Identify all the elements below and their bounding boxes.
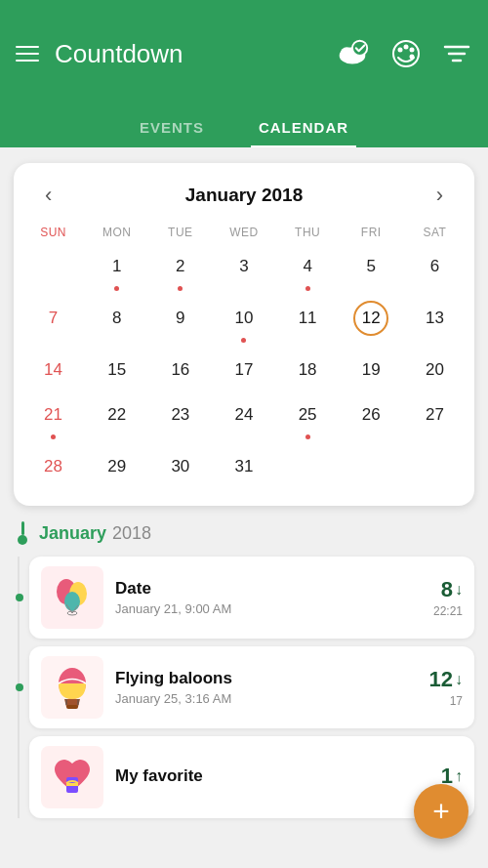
timeline-dot: [18, 521, 27, 545]
event-date-label: January 21, 9:00 AM: [115, 601, 433, 616]
svg-point-5: [398, 48, 403, 53]
day-cell-empty-1: [21, 245, 85, 297]
day-cell-31[interactable]: 31: [212, 445, 275, 490]
day-cell-24[interactable]: 24: [212, 393, 275, 445]
day-header-mon: MON: [85, 222, 148, 245]
day-cell-8[interactable]: 8: [85, 297, 148, 349]
svg-point-7: [410, 48, 415, 53]
events-section: January 2018 Date January 21, 9: [0, 521, 488, 818]
day-cell-10[interactable]: 10: [212, 297, 275, 349]
calendar-month-title: January 2018: [185, 185, 303, 206]
day-header-thu: THU: [276, 222, 340, 245]
day-cell-9[interactable]: 9: [148, 297, 212, 349]
day-header-fri: FRI: [340, 222, 403, 245]
header-left: Countdown: [16, 39, 183, 69]
app-title: Countdown: [55, 39, 183, 69]
svg-rect-20: [66, 705, 78, 709]
calendar-week-5: 28 29 30 31: [21, 445, 467, 490]
list-item[interactable]: My favorite 1↑: [29, 736, 474, 818]
day-header-sat: SAT: [403, 222, 467, 245]
palette-icon[interactable]: [390, 38, 422, 69]
event-days-count: 12↓: [429, 667, 463, 692]
list-item[interactable]: Flying baloons January 25, 3:16 AM 12↓ 1…: [29, 646, 474, 728]
svg-point-6: [404, 45, 409, 50]
events-list: Date January 21, 9:00 AM 8↓ 22:21: [14, 557, 474, 818]
event-info-flying: Flying baloons January 25, 3:16 AM: [115, 669, 429, 706]
day-cell-30[interactable]: 30: [148, 445, 212, 490]
list-item[interactable]: Date January 21, 9:00 AM 8↓ 22:21: [29, 557, 474, 639]
event-name: Date: [115, 579, 433, 599]
events-month-label: January 2018: [18, 521, 474, 545]
day-header-wed: WED: [212, 222, 275, 245]
day-cell-15[interactable]: 15: [85, 349, 148, 393]
event-days-count: 8↓: [441, 577, 463, 602]
calendar-card: ‹ January 2018 › SUN MON TUE WED THU FRI…: [14, 163, 474, 506]
events-month-gray: 2018: [112, 523, 151, 544]
day-header-tue: TUE: [148, 222, 212, 245]
day-cell-21[interactable]: 21: [21, 393, 85, 445]
next-month-button[interactable]: ›: [428, 179, 451, 212]
svg-point-3: [352, 41, 367, 56]
calendar-week-3: 14 15 16 17 18 19 20: [21, 349, 467, 393]
day-cell-7[interactable]: 7: [21, 297, 85, 349]
app-header: Countdown: [0, 0, 488, 107]
day-cell-empty-4: [403, 445, 467, 490]
svg-point-14: [64, 592, 80, 611]
event-time-detail: 17: [450, 694, 463, 708]
event-thumbnail-favorite: [41, 746, 103, 808]
event-timeline-dot: [16, 594, 23, 601]
event-time-detail: 22:21: [433, 604, 463, 618]
calendar-week-1: 1 2 3 4 5 6: [21, 245, 467, 297]
header-icons: [334, 35, 472, 72]
event-timeline-dot: [16, 683, 23, 691]
event-count-date: 8↓ 22:21: [433, 577, 463, 618]
event-name: My favorite: [115, 766, 441, 786]
day-header-sun: SUN: [21, 222, 85, 245]
event-thumbnail-date: [41, 566, 103, 629]
svg-point-1: [341, 47, 353, 60]
day-cell-6[interactable]: 6: [403, 245, 467, 297]
event-thumbnail-flying: [41, 656, 103, 719]
day-cell-empty-2: [276, 445, 340, 490]
cloud-check-icon[interactable]: [334, 35, 371, 72]
day-cell-23[interactable]: 23: [148, 393, 212, 445]
calendar-nav: ‹ January 2018 ›: [21, 175, 467, 222]
hamburger-menu-button[interactable]: [16, 46, 39, 62]
day-cell-11[interactable]: 11: [276, 297, 340, 349]
day-cell-12-today[interactable]: 12: [340, 297, 403, 349]
calendar-week-2: 7 8 9 10 11 12 13: [21, 297, 467, 349]
day-cell-2[interactable]: 2: [148, 245, 212, 297]
day-cell-4[interactable]: 4: [276, 245, 340, 297]
day-cell-14[interactable]: 14: [21, 349, 85, 393]
day-cell-22[interactable]: 22: [85, 393, 148, 445]
filter-icon[interactable]: [441, 38, 472, 69]
day-cell-18[interactable]: 18: [276, 349, 340, 393]
calendar-day-headers: SUN MON TUE WED THU FRI SAT: [21, 222, 467, 245]
day-cell-28[interactable]: 28: [21, 445, 85, 490]
day-cell-16[interactable]: 16: [148, 349, 212, 393]
day-cell-13[interactable]: 13: [403, 297, 467, 349]
tab-calendar[interactable]: CALENDAR: [251, 107, 356, 147]
day-cell-25[interactable]: 25: [276, 393, 340, 445]
event-info-favorite: My favorite: [115, 766, 441, 789]
prev-month-button[interactable]: ‹: [37, 179, 60, 212]
day-cell-19[interactable]: 19: [340, 349, 403, 393]
events-month-green: January: [39, 523, 106, 544]
day-cell-1[interactable]: 1: [85, 245, 148, 297]
calendar-week-4: 21 22 23 24 25 26 27: [21, 393, 467, 445]
day-cell-5[interactable]: 5: [340, 245, 403, 297]
day-cell-20[interactable]: 20: [403, 349, 467, 393]
event-name: Flying baloons: [115, 669, 429, 688]
day-cell-3[interactable]: 3: [212, 245, 275, 297]
day-cell-17[interactable]: 17: [212, 349, 275, 393]
day-cell-26[interactable]: 26: [340, 393, 403, 445]
day-cell-empty-3: [340, 445, 403, 490]
add-event-fab[interactable]: +: [414, 784, 468, 839]
event-date-label: January 25, 3:16 AM: [115, 691, 429, 706]
tabs-bar: EVENTS CALENDAR: [0, 107, 488, 147]
tab-events[interactable]: EVENTS: [132, 107, 212, 147]
svg-rect-24: [66, 783, 78, 786]
day-cell-27[interactable]: 27: [403, 393, 467, 445]
day-cell-29[interactable]: 29: [85, 445, 148, 490]
event-info-date: Date January 21, 9:00 AM: [115, 579, 433, 616]
